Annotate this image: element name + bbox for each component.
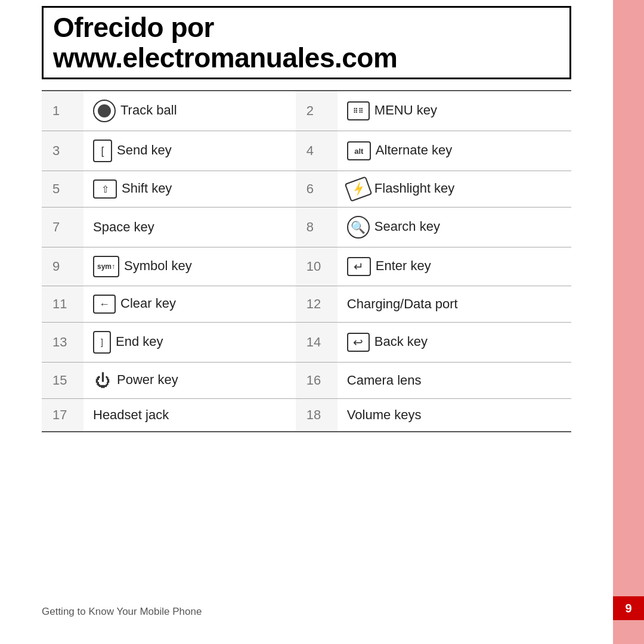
right-label-text: Flashlight key [374,181,455,196]
right-label-cell: Camera lens [338,363,571,399]
right-label-text: Charging/Data port [347,296,458,311]
right-number-cell: 4 [296,131,338,171]
right-number-cell: 8 [296,208,338,247]
right-label-cell: Volume keys [338,399,571,432]
table-row: 5 ⇧Shift key 6 ⚡Flashlight key [42,171,571,208]
main-content: Ofrecido por www.electromanuales.com 1 T… [0,0,613,644]
left-label-text: Track ball [120,103,177,117]
left-label-text: Symbol key [124,258,192,273]
left-number-cell: 1 [42,91,83,131]
left-label-text: Clear key [120,296,176,311]
power-icon: ⏻ [93,371,112,390]
send-icon: [ [93,140,112,162]
right-number-cell: 2 [296,91,338,131]
end-icon: ] [93,331,111,354]
right-sidebar: 9 [613,0,644,644]
left-label-cell: ]End key [83,323,296,363]
right-label-cell: ↩Back key [338,323,571,363]
left-label-text: End key [116,334,163,349]
left-label-cell: ←Clear key [83,286,296,323]
sym-icon: sym↑ [93,256,119,277]
right-label-cell: ↵Enter key [338,247,571,286]
right-label-cell: ⠿⠿MENU key [338,91,571,131]
right-label-cell: Charging/Data port [338,286,571,323]
right-label-text: Enter key [376,258,431,273]
enter-icon: ↵ [347,257,371,276]
left-number-cell: 9 [42,247,83,286]
left-label-cell: ⏻Power key [83,363,296,399]
right-number-cell: 16 [296,363,338,399]
left-number-cell: 11 [42,286,83,323]
keys-table: 1 Track ball 2 ⠿⠿MENU key 3 [Send key 4 … [42,90,571,432]
flash-icon: ⚡ [345,177,373,202]
right-label-text: Back key [374,334,428,349]
right-number-cell: 6 [296,171,338,208]
back-icon: ↩ [347,333,370,352]
alt-icon: alt [347,141,371,160]
table-row: 7 Space key 8 🔍Search key [42,208,571,247]
left-label-text: Headset jack [93,407,169,422]
table-row: 13 ]End key 14 ↩Back key [42,323,571,363]
clear-icon: ← [93,295,116,314]
left-label-cell: [Send key [83,131,296,171]
menu-icon: ⠿⠿ [347,101,370,120]
table-row: 15 ⏻Power key 16 Camera lens [42,363,571,399]
left-number-cell: 17 [42,399,83,432]
page-number: 9 [625,602,631,615]
right-label-text: MENU key [374,103,437,117]
left-label-text: Power key [117,372,178,387]
page-wrapper: 9 Ofrecido por www.electromanuales.com 1… [0,0,644,644]
left-number-cell: 15 [42,363,83,399]
left-number-cell: 3 [42,131,83,171]
page-number-badge: 9 [613,596,644,620]
right-label-text: Camera lens [347,373,422,388]
right-number-cell: 12 [296,286,338,323]
trackball-icon [93,100,116,122]
right-label-cell: ⚡Flashlight key [338,171,571,208]
left-label-text: Space key [93,219,154,234]
table-row: 11 ←Clear key 12 Charging/Data port [42,286,571,323]
left-label-text: Shift key [122,181,172,196]
right-number-cell: 14 [296,323,338,363]
left-label-cell: Headset jack [83,399,296,432]
left-label-text: Send key [117,143,172,157]
right-number-cell: 10 [296,247,338,286]
right-label-cell: 🔍Search key [338,208,571,247]
right-label-text: Search key [374,219,440,234]
shift-icon: ⇧ [93,179,117,199]
left-label-cell: Track ball [83,91,296,131]
right-number-cell: 18 [296,399,338,432]
header-title: Ofrecido por www.electromanuales.com [42,6,571,79]
table-row: 9 sym↑Symbol key 10 ↵Enter key [42,247,571,286]
left-label-cell: Space key [83,208,296,247]
search-icon: 🔍 [347,216,370,239]
right-label-cell: altAlternate key [338,131,571,171]
right-label-text: Alternate key [376,143,452,157]
table-row: 17 Headset jack 18 Volume keys [42,399,571,432]
right-label-text: Volume keys [347,407,422,422]
footer-text: Getting to Know Your Mobile Phone [42,606,202,618]
left-number-cell: 5 [42,171,83,208]
table-row: 3 [Send key 4 altAlternate key [42,131,571,171]
left-label-cell: sym↑Symbol key [83,247,296,286]
table-row: 1 Track ball 2 ⠿⠿MENU key [42,91,571,131]
left-label-cell: ⇧Shift key [83,171,296,208]
left-number-cell: 7 [42,208,83,247]
left-number-cell: 13 [42,323,83,363]
